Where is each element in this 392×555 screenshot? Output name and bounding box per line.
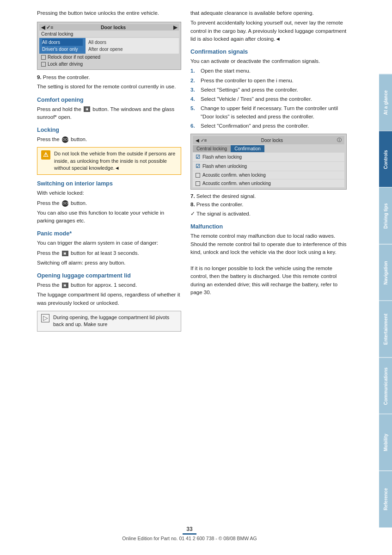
page-container: Pressing the button twice unlocks the en…: [0, 0, 392, 555]
confirmation-screenshot: ◀ ✓≡ Door locks ⓘ Central locking Confir…: [190, 134, 347, 190]
warning-box: ⚠ Do not lock the vehicle from the outsi…: [37, 147, 181, 175]
conf-check-flash-locking: ☑: [196, 154, 200, 160]
tab-driving-tips[interactable]: Driving tips: [379, 187, 392, 244]
confirmation-steps-list: Open the start menu. Press the controlle…: [190, 67, 347, 130]
menu-central-locking: Central locking: [39, 31, 179, 37]
checkbox-lock-driving: Lock after driving: [39, 61, 179, 68]
confirmation-signals-heading: Confirmation signals: [190, 49, 347, 55]
conf-step-3: Select "Settings" and press the controll…: [190, 86, 347, 94]
step9-detail: The setting is stored for the remote con…: [37, 83, 181, 91]
conf-item-flash-unlocking: ☑ Flash when unlocking: [193, 162, 344, 171]
conf-header-arrows: ◀ ✓≡: [196, 138, 207, 143]
opening-luggage-line2: The luggage compartment lid opens, regar…: [37, 291, 181, 307]
conf-step-1: Open the start menu.: [190, 67, 347, 75]
locking-text: Press the button.: [37, 136, 181, 143]
menu-arrow-right: ▶: [173, 25, 177, 30]
menu-dropdown: All doors Driver's door only All doors A…: [39, 38, 179, 54]
malfunction-para1: The remote control may malfunction due t…: [190, 232, 347, 256]
conf-check-flash-unlocking: ☑: [196, 163, 200, 169]
luggage-btn-icon: ▣: [62, 283, 68, 288]
panic-line1: Press the ▣ button for at least 3 second…: [37, 249, 181, 257]
conf-step-5: Change to upper field if necessary. Turn…: [190, 105, 347, 121]
menu-item-drivers-door: Driver's door only: [42, 46, 83, 53]
malfunction-para2: If it is no longer possible to lock the …: [190, 265, 347, 296]
right-para2: To prevent accidentally locking yourself…: [190, 19, 347, 43]
left-column: Pressing the button twice unlocks the en…: [37, 9, 181, 335]
menu-right-after-door: After door opene: [88, 46, 176, 53]
conf-item-acoustic-locking: Acoustic confirm. when locking: [193, 171, 344, 179]
checkbox-icon-lock-driving: [41, 62, 46, 67]
conf-tab-central[interactable]: Central locking: [193, 145, 231, 152]
conf-header-info: ⓘ: [337, 137, 342, 143]
conf-acoustic-unlocking-label: Acoustic confirm. when unlocking: [202, 181, 271, 186]
menu-central-label: Central locking: [41, 31, 73, 37]
step8-detail: ✓ The signal is activated.: [190, 210, 347, 218]
warning-icon: ⚠: [41, 150, 50, 160]
checkbox-lock-driving-label: Lock after driving: [48, 62, 83, 67]
note-icon: ▷: [41, 314, 49, 322]
conf-item-acoustic-unlocking: Acoustic confirm. when unlocking: [193, 179, 344, 187]
menu-header: ◀ ✓≡ Door locks ▶: [39, 24, 179, 31]
tab-controls[interactable]: Controls: [379, 131, 392, 188]
warning-text: Do not lock the vehicle from the outside…: [54, 150, 177, 172]
menu-item-all-doors: All doors: [42, 39, 83, 46]
conf-tabs: Central locking Confirmation: [193, 145, 344, 152]
tab-entertainment[interactable]: Entertainment: [379, 301, 392, 358]
menu-screenshot: ◀ ✓≡ Door locks ▶ Central locking All do…: [37, 22, 181, 70]
menu-door-locks: Door locks: [101, 25, 126, 30]
panic-mode-heading: Panic mode*: [37, 230, 181, 237]
note-box: ▷ During opening, the luggage compartmen…: [37, 311, 181, 332]
locking-heading: Locking: [37, 127, 181, 133]
step8-label: 8. Press the controller.: [190, 202, 347, 207]
opening-luggage-heading: Opening luggage compartment lid: [37, 272, 181, 279]
switching-intro: With vehicle locked:: [37, 189, 181, 197]
right-column: that adequate clearance is available bef…: [190, 9, 347, 335]
step9-label: 9. Press the controller.: [37, 74, 181, 80]
switching-line1: Press the button.: [37, 199, 181, 207]
switching-line2: You can also use this function to locate…: [37, 209, 181, 225]
conf-acoustic-locking-label: Acoustic confirm. when locking: [202, 173, 266, 178]
conf-step-6: Select "Confirmation" and press the cont…: [190, 122, 347, 130]
menu-right-col: All doors After door opene: [86, 38, 179, 54]
page-number: 33: [186, 526, 192, 532]
side-tabs: At a glance Controls Driving tips Naviga…: [379, 74, 392, 527]
menu-left-col: All doors Driver's door only: [39, 38, 86, 54]
panic-text: You can trigger the alarm system in case…: [37, 239, 181, 247]
note-text: During opening, the luggage compartment …: [53, 314, 177, 328]
footer-text: Online Edition for Part no. 01 41 2 600 …: [122, 536, 257, 541]
conf-screenshot-header: ◀ ✓≡ Door locks ⓘ: [193, 136, 344, 144]
tab-mobility[interactable]: Mobility: [379, 414, 392, 471]
two-column-layout: Pressing the button twice unlocks the en…: [37, 9, 347, 335]
tab-communications[interactable]: Communications: [379, 358, 392, 414]
conf-tab-confirmation[interactable]: Confirmation: [231, 145, 264, 152]
conf-header-title: Door locks: [261, 138, 283, 143]
intro-text: Pressing the button twice unlocks the en…: [37, 9, 181, 17]
switching-interior-lamps-heading: Switching on interior lamps: [37, 180, 181, 187]
tab-reference[interactable]: Reference: [379, 471, 392, 528]
lock-icon-inline: [62, 136, 68, 143]
conf-flash-locking-label: Flash when locking: [202, 154, 242, 160]
conf-square-acoustic-locking: [196, 173, 200, 178]
conf-flash-unlocking-label: Flash when unlocking: [202, 164, 247, 169]
main-content: Pressing the button twice unlocks the en…: [0, 0, 361, 555]
page-footer: 33 Online Edition for Part no. 01 41 2 6…: [0, 526, 379, 541]
panic-line2: Switching off alarm: press any button.: [37, 259, 181, 267]
right-intro: that adequate clearance is available bef…: [190, 9, 347, 17]
lock-icon-inline-2: [62, 200, 68, 207]
step7-label: 7. Select the desired signal.: [190, 193, 347, 199]
menu-arrow-left: ◀ ✓≡: [41, 25, 53, 30]
tab-at-a-glance[interactable]: At a glance: [379, 74, 392, 131]
conf-step-2: Press the controller to open the i menu.: [190, 77, 347, 85]
checkbox-relock: Relock door if not opened: [39, 54, 179, 61]
comfort-opening-heading: Comfort opening: [37, 97, 181, 103]
blue-line-decoration: [183, 533, 196, 535]
checkbox-relock-label: Relock door if not opened: [48, 55, 100, 60]
conf-square-acoustic-unlocking: [196, 181, 200, 186]
malfunction-heading: Malfunction: [190, 223, 347, 230]
comfort-btn-icon: ▣: [84, 106, 90, 112]
checkbox-icon-relock: [41, 55, 46, 60]
panic-btn-icon: ▣: [62, 251, 68, 256]
confirmation-intro: You can activate or deactivate the confi…: [190, 57, 347, 65]
tab-navigation[interactable]: Navigation: [379, 244, 392, 301]
opening-luggage-line1: Press the ▣ button for approx. 1 second.: [37, 281, 181, 289]
